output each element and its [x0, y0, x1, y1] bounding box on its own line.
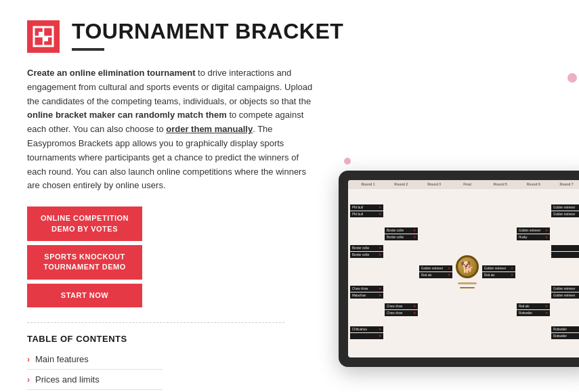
divider — [27, 322, 284, 323]
left-column: Create an online elimination tournament … — [27, 66, 318, 392]
toc-label: Prices and limits — [35, 374, 100, 385]
team-r7-1a: Golden retriever✕ — [551, 204, 579, 211]
team-r2-2b: Chow chow✕ — [385, 310, 418, 316]
team-r2-1b: Border collie✕ — [385, 234, 418, 240]
team-r5-1b: Red alo✕ — [482, 272, 515, 278]
round-label-6: Round 6 — [517, 182, 549, 186]
team-r3-1a: Golden retriever✕ — [419, 265, 452, 271]
description-text: Create an online elimination tournament … — [27, 66, 318, 193]
bracket-header: Round 1 Round 2 Round 3 Final Round 5 Ro… — [348, 180, 579, 189]
team-r5-1a: Golden retriever✕ — [482, 265, 515, 271]
team-r1-1a: Phil bull✕ — [350, 204, 383, 211]
demo-knockout-button[interactable]: SPORTS KNOCKOUTTOURNAMENT DEMO — [27, 245, 142, 280]
team-r7-1b: Golden retriever✕ — [551, 211, 579, 217]
page-header: TOURNAMENT BRACKET — [0, 0, 579, 53]
demo-votes-button[interactable]: ONLINE COMPETITIONDEMO BY VOTES — [27, 206, 142, 241]
team-r6-1b: Husky✕ — [517, 234, 550, 240]
team-r7-4b: Rottweiler✕ — [551, 333, 579, 339]
right-column: Round 1 Round 2 Round 3 Final Round 5 Ro… — [339, 66, 579, 392]
toc-list: › Main features › Prices and limits › Co… — [27, 349, 318, 392]
team-r1-2a: Border collie✕ — [350, 245, 383, 251]
team-r1-4b: ✕ — [350, 333, 383, 339]
chevron-icon: › — [27, 355, 30, 364]
round-label-final: Final — [452, 182, 484, 186]
team-r7-2a: ✕ — [551, 245, 579, 251]
team-r2-2a: Chow chow✕ — [385, 303, 418, 309]
team-r1-2b: Border collie✕ — [350, 252, 383, 258]
team-r3-1b: Red alo✕ — [419, 272, 452, 278]
team-r6-2a: Red alo✕ — [517, 303, 550, 309]
toc-title: TABLE OF CONTENTS — [27, 334, 318, 344]
toc-item-prices[interactable]: › Prices and limits — [27, 370, 163, 390]
team-r2-1a: Border collie✕ — [385, 227, 418, 234]
team-r7-3a: Golden retriever✕ — [551, 286, 579, 292]
round-label-2: Round 2 — [385, 182, 417, 186]
title-block: TOURNAMENT BRACKET — [72, 19, 343, 51]
team-r1-3a: Chow chow✕ — [350, 286, 383, 292]
team-r7-3b: Golden retriever✕ — [551, 292, 579, 299]
decorative-circle-5 — [344, 158, 351, 165]
team-r1-3b: Malachian✕ — [350, 292, 383, 299]
svg-rect-3 — [39, 32, 43, 36]
button-group: ONLINE COMPETITIONDEMO BY VOTES SPORTS K… — [27, 206, 318, 307]
main-content: Create an online elimination tournament … — [0, 53, 579, 392]
page-title: TOURNAMENT BRACKET — [72, 19, 343, 44]
team-r7-4a: Rottweiler✕ — [551, 326, 579, 332]
start-now-button[interactable]: START NOW — [27, 284, 142, 307]
chevron-icon: › — [27, 375, 30, 385]
decorative-circle-1 — [567, 73, 577, 83]
title-underline — [72, 48, 104, 51]
team-r1-4a: Chihuahua✕ — [350, 326, 383, 332]
tablet-mockup: Round 1 Round 2 Round 3 Final Round 5 Ro… — [339, 171, 579, 367]
team-r6-1a: Golden retriever✕ — [517, 227, 550, 234]
trophy-base — [458, 282, 477, 284]
svg-rect-4 — [44, 37, 48, 41]
team-r7-2b: ✕ — [551, 252, 579, 258]
toc-item-main-features[interactable]: › Main features — [27, 349, 163, 370]
round-label-1: Round 1 — [352, 182, 384, 186]
round-label-7: Round 7 — [551, 182, 579, 186]
team-r1-1b: Phil bull✕ — [350, 211, 383, 217]
round-label-5: Round 5 — [484, 182, 516, 186]
round-label-3: Round 3 — [419, 182, 450, 186]
toc-label: Main features — [35, 354, 89, 364]
trophy-pedestal — [460, 287, 475, 288]
team-r6-2b: Rottweiler✕ — [517, 310, 550, 316]
tablet-screen: Round 1 Round 2 Round 3 Final Round 5 Ro… — [348, 180, 579, 357]
app-logo — [27, 20, 60, 53]
trophy-icon: 🐕 — [456, 255, 479, 278]
